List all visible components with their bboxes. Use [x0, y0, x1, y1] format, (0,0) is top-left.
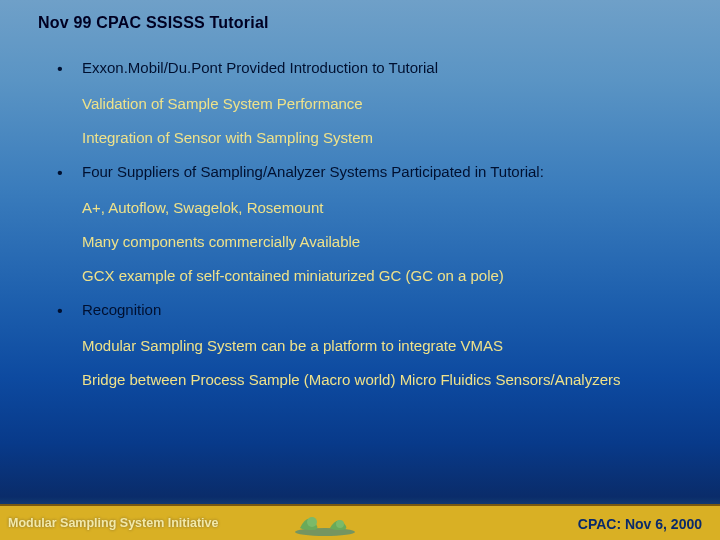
item-text: GCX example of self-contained miniaturiz… — [82, 266, 692, 286]
slide-content: • Exxon.Mobil/Du.Pont Provided Introduct… — [38, 58, 692, 404]
svg-point-1 — [307, 517, 317, 527]
footer-left-text: Modular Sampling System Initiative — [8, 516, 218, 530]
item-text: Integration of Sensor with Sampling Syst… — [82, 128, 692, 148]
decorative-image-icon — [290, 502, 360, 536]
list-item: Many components commercially Available — [38, 232, 692, 252]
bullet-icon: • — [38, 162, 82, 184]
item-text: Recognition — [82, 300, 692, 320]
item-text: Four Suppliers of Sampling/Analyzer Syst… — [82, 162, 692, 182]
list-item: • Exxon.Mobil/Du.Pont Provided Introduct… — [38, 58, 692, 80]
list-item: GCX example of self-contained miniaturiz… — [38, 266, 692, 286]
item-text: Modular Sampling System can be a platfor… — [82, 336, 692, 356]
item-text: Validation of Sample System Performance — [82, 94, 692, 114]
list-item: A+, Autoflow, Swagelok, Rosemount — [38, 198, 692, 218]
svg-point-2 — [336, 520, 344, 528]
footer-right-text: CPAC: Nov 6, 2000 — [578, 516, 702, 532]
bullet-icon: • — [38, 300, 82, 322]
item-text: Exxon.Mobil/Du.Pont Provided Introductio… — [82, 58, 692, 78]
bullet-icon: • — [38, 58, 82, 80]
list-item: Modular Sampling System can be a platfor… — [38, 336, 692, 356]
list-item: Validation of Sample System Performance — [38, 94, 692, 114]
slide: Nov 99 CPAC SSISSS Tutorial • Exxon.Mobi… — [0, 0, 720, 540]
list-item: • Recognition — [38, 300, 692, 322]
list-item: Integration of Sensor with Sampling Syst… — [38, 128, 692, 148]
item-text: A+, Autoflow, Swagelok, Rosemount — [82, 198, 692, 218]
item-text: Many components commercially Available — [82, 232, 692, 252]
list-item: • Four Suppliers of Sampling/Analyzer Sy… — [38, 162, 692, 184]
list-item: Bridge between Process Sample (Macro wor… — [38, 370, 692, 390]
item-text: Bridge between Process Sample (Macro wor… — [82, 370, 692, 390]
slide-title: Nov 99 CPAC SSISSS Tutorial — [38, 14, 269, 32]
